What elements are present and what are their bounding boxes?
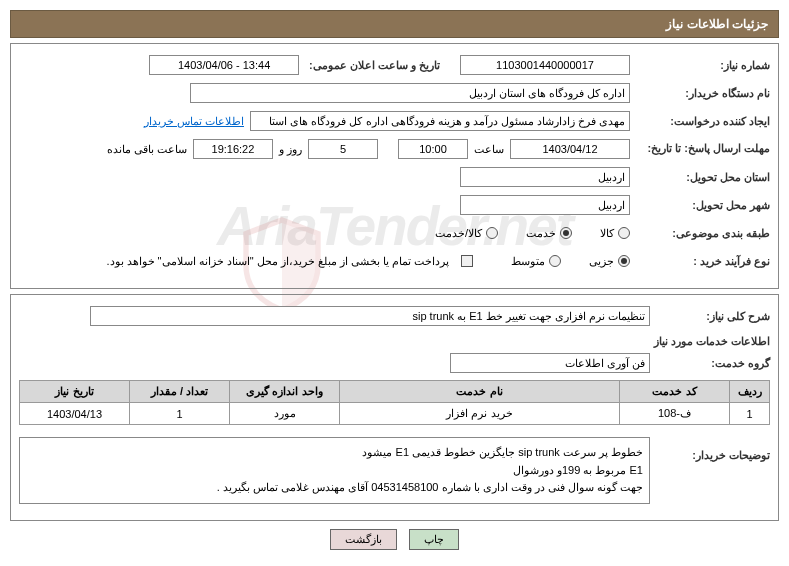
category-label: طبقه بندی موضوعی:	[630, 227, 770, 240]
buyer-contact-link[interactable]: اطلاعات تماس خریدار	[144, 115, 244, 128]
buyer-notes-box: خطوط پر سرعت sip trunk جایگزین خطوط قدیم…	[19, 437, 650, 504]
radio-service[interactable]	[560, 227, 572, 239]
note-line2: E1 مربوط به 199و دورشوال	[26, 462, 643, 480]
main-form-frame: شماره نیاز: 1103001440000017 تاریخ و ساع…	[10, 43, 779, 289]
page-title: جزئیات اطلاعات نیاز	[10, 10, 779, 38]
time-remaining: 19:16:22	[193, 139, 273, 159]
delivery-city-label: شهر محل تحویل:	[630, 199, 770, 212]
note-line1: خطوط پر سرعت sip trunk جایگزین خطوط قدیم…	[26, 444, 643, 462]
days-remaining: 5	[308, 139, 378, 159]
deadline-hour: 10:00	[398, 139, 468, 159]
general-desc-value: تنظیمات نرم افزاری جهت تغییر خط E1 به si…	[90, 306, 650, 326]
radio-goods-service[interactable]	[486, 227, 498, 239]
services-table: ردیف کد خدمت نام خدمت واحد اندازه گیری ت…	[19, 380, 770, 425]
purchase-type-label: نوع فرآیند خرید :	[630, 255, 770, 268]
delivery-province-label: استان محل تحویل:	[630, 171, 770, 184]
th-unit: واحد اندازه گیری	[230, 381, 340, 403]
button-row: چاپ بازگشت	[0, 529, 789, 550]
details-frame: شرح کلی نیاز: تنظیمات نرم افزاری جهت تغی…	[10, 294, 779, 521]
radio-partial-label: جزیی	[589, 255, 614, 268]
services-info-title: اطلاعات خدمات مورد نیاز	[19, 335, 770, 348]
deadline-label: مهلت ارسال پاسخ: تا تاریخ:	[630, 142, 770, 155]
radio-medium-label: متوسط	[511, 255, 545, 268]
service-group-value: فن آوری اطلاعات	[450, 353, 650, 373]
hour-label: ساعت	[474, 143, 504, 156]
buyer-org-value: اداره کل فرودگاه های استان اردبیل	[190, 83, 630, 103]
need-number-label: شماره نیاز:	[630, 59, 770, 72]
announce-date-label: تاریخ و ساعت اعلان عمومی:	[305, 59, 440, 72]
requester-value: مهدی فرخ زادارشاد مسئول درآمد و هزینه فر…	[250, 111, 630, 131]
announce-date-value: 1403/04/06 - 13:44	[149, 55, 299, 75]
radio-medium[interactable]	[549, 255, 561, 267]
buyer-org-label: نام دستگاه خریدار:	[630, 87, 770, 100]
days-label: روز و	[279, 143, 302, 156]
delivery-city-value: اردبیل	[460, 195, 630, 215]
th-qty: تعداد / مقدار	[130, 381, 230, 403]
delivery-province-value: اردبیل	[460, 167, 630, 187]
general-desc-label: شرح کلی نیاز:	[650, 310, 770, 323]
treasury-checkbox[interactable]	[461, 255, 473, 267]
cell-row: 1	[730, 403, 770, 425]
buyer-notes-label: توضیحات خریدار:	[650, 433, 770, 462]
note-line3: جهت گونه سوال فنی در وقت اداری با شماره …	[26, 479, 643, 497]
cell-date: 1403/04/13	[20, 403, 130, 425]
radio-partial[interactable]	[618, 255, 630, 267]
table-row: 1 ف-108 خرید نرم افزار مورد 1 1403/04/13	[20, 403, 770, 425]
radio-goods[interactable]	[618, 227, 630, 239]
cell-qty: 1	[130, 403, 230, 425]
th-code: کد خدمت	[620, 381, 730, 403]
need-number-value: 1103001440000017	[460, 55, 630, 75]
deadline-date: 1403/04/12	[510, 139, 630, 159]
th-date: تاریخ نیاز	[20, 381, 130, 403]
treasury-note: پرداخت تمام یا بخشی از مبلغ خرید،از محل …	[106, 255, 449, 268]
service-group-label: گروه خدمت:	[650, 357, 770, 370]
remaining-label: ساعت باقی مانده	[107, 143, 187, 156]
cell-unit: مورد	[230, 403, 340, 425]
print-button[interactable]: چاپ	[409, 529, 459, 550]
back-button[interactable]: بازگشت	[330, 529, 397, 550]
th-name: نام خدمت	[340, 381, 620, 403]
cell-name: خرید نرم افزار	[340, 403, 620, 425]
radio-goods-label: کالا	[600, 227, 614, 240]
radio-service-label: خدمت	[526, 227, 556, 240]
radio-goods-service-label: کالا/خدمت	[435, 227, 482, 240]
cell-code: ف-108	[620, 403, 730, 425]
requester-label: ایجاد کننده درخواست:	[630, 115, 770, 128]
th-row: ردیف	[730, 381, 770, 403]
